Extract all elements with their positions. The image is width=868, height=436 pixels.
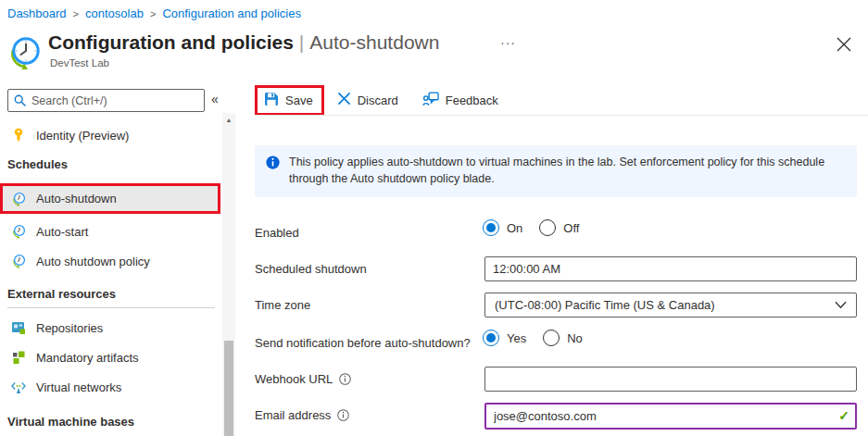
- search-icon: [14, 94, 26, 106]
- time-zone-value: (UTC-08:00) Pacific Time (US & Canada): [495, 298, 835, 312]
- time-zone-select[interactable]: (UTC-08:00) Pacific Time (US & Canada): [484, 293, 857, 318]
- email-address-field: ✓: [484, 403, 857, 430]
- time-zone-label: Time zone: [255, 298, 310, 312]
- breadcrumb-contosolab[interactable]: contosolab: [85, 6, 144, 20]
- save-icon: [264, 92, 279, 109]
- notification-no-label[interactable]: No: [567, 331, 583, 345]
- webhook-url-label: Webhook URL: [255, 372, 351, 386]
- enabled-off-label[interactable]: Off: [563, 221, 579, 235]
- feedback-button[interactable]: Feedback: [422, 92, 498, 109]
- sidebar-item-auto-shutdown-policy[interactable]: Auto shutdown policy: [0, 248, 220, 274]
- scheduled-shutdown-input[interactable]: [484, 256, 857, 281]
- sidebar-item-repositories[interactable]: Repositories: [0, 315, 220, 341]
- save-button[interactable]: Save: [264, 92, 313, 109]
- enabled-on-label[interactable]: On: [507, 221, 522, 235]
- webhook-url-input[interactable]: [484, 367, 857, 392]
- webhook-info-icon[interactable]: [339, 373, 351, 385]
- title-separator: |: [294, 31, 309, 53]
- artifacts-blocks-icon: [11, 350, 26, 365]
- sidebar-item-auto-start[interactable]: Auto-start: [0, 218, 220, 244]
- search-input[interactable]: [31, 94, 198, 107]
- command-bar: Save Discard Feedback: [255, 84, 498, 116]
- email-address-input[interactable]: [484, 403, 857, 430]
- sidebar-item-auto-shutdown[interactable]: Auto-shutdown: [0, 183, 220, 214]
- enabled-radio-group: On Off: [483, 219, 579, 236]
- notification-yes-label[interactable]: Yes: [507, 331, 526, 345]
- send-notification-radio-group: Yes No: [483, 330, 583, 346]
- enabled-on-radio[interactable]: [483, 219, 499, 236]
- breadcrumb-configuration-and-policies[interactable]: Configuration and policies: [162, 6, 301, 20]
- sidebar-search: [7, 89, 205, 112]
- close-button[interactable]: [835, 35, 853, 54]
- sidebar-item-mandatory-artifacts[interactable]: Mandatory artifacts: [0, 344, 220, 370]
- notification-yes-radio[interactable]: [483, 330, 499, 346]
- feedback-icon: [422, 92, 439, 109]
- close-icon: [835, 35, 853, 54]
- virtual-network-icon: [11, 380, 26, 394]
- info-banner-text: This policy applies auto-shutdown to vir…: [289, 154, 845, 187]
- breadcrumb-dashboard[interactable]: Dashboard: [7, 6, 67, 20]
- valid-checkmark-icon: ✓: [838, 408, 849, 423]
- info-banner: This policy applies auto-shutdown to vir…: [255, 145, 857, 197]
- scroll-up-arrow-icon[interactable]: ▲: [222, 117, 235, 123]
- breadcrumb-separator: >: [73, 8, 79, 19]
- active-blade-title: Auto-shutdown: [309, 31, 439, 53]
- toolbar-divider: [255, 115, 868, 116]
- chevron-down-icon: [835, 301, 847, 309]
- auto-shutdown-blade: Dashboard > contosolab > Configuration a…: [0, 0, 868, 436]
- notification-no-radio[interactable]: [543, 330, 560, 346]
- sidebar-item-virtual-networks[interactable]: Virtual networks: [0, 374, 220, 400]
- clock-icon: [11, 224, 26, 239]
- sidebar-section-external-resources: External resources: [7, 287, 116, 301]
- key-icon: [11, 128, 26, 143]
- schedule-clock-icon: [6, 34, 43, 71]
- enabled-off-radio[interactable]: [539, 219, 556, 236]
- email-info-icon[interactable]: [337, 409, 349, 421]
- scheduled-shutdown-label: Scheduled shutdown: [255, 262, 367, 276]
- email-address-label: Email address: [255, 408, 349, 422]
- breadcrumb: Dashboard > contosolab > Configuration a…: [7, 6, 301, 20]
- send-notification-label: Send notification before auto-shutdown?: [255, 336, 471, 350]
- sidebar-collapse-button[interactable]: «: [211, 92, 219, 106]
- more-options-button[interactable]: ···: [500, 35, 516, 50]
- page-title: Configuration and policies|Auto-shutdown: [48, 31, 439, 54]
- clock-icon: [11, 254, 26, 268]
- sidebar-scrollbar-thumb[interactable]: [224, 341, 233, 436]
- info-icon: [266, 156, 280, 169]
- repositories-icon: [11, 320, 26, 335]
- breadcrumb-separator: >: [150, 8, 156, 19]
- resource-type-label: DevTest Lab: [50, 57, 109, 69]
- sidebar-section-virtual-machine-bases: Virtual machine bases: [7, 415, 134, 429]
- enabled-label: Enabled: [255, 226, 299, 240]
- sidebar-section-schedules: Schedules: [7, 157, 68, 171]
- sidebar-divider: [7, 307, 215, 308]
- clock-icon: [11, 192, 26, 206]
- discard-x-icon: [337, 92, 351, 108]
- discard-button[interactable]: Discard: [337, 92, 398, 108]
- save-highlight-box: Save: [255, 85, 324, 116]
- sidebar-item-identity[interactable]: Identity (Preview): [0, 122, 220, 148]
